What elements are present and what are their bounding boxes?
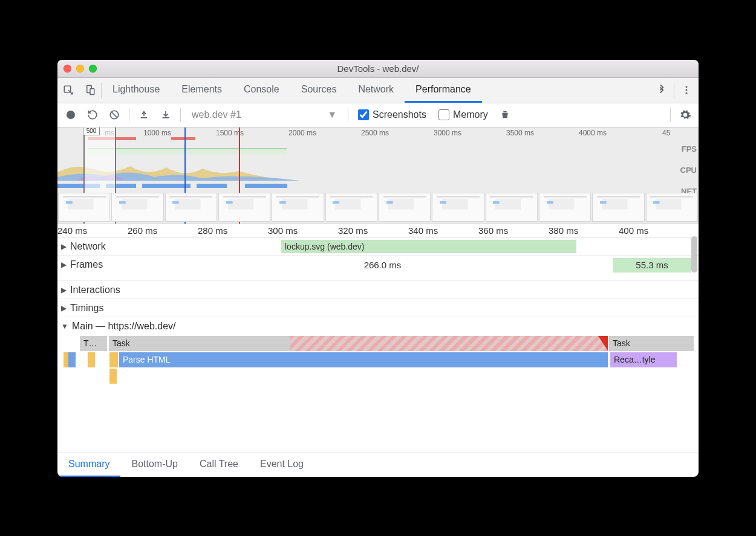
garbage-collect-button[interactable] <box>495 105 515 124</box>
filmstrip-thumb[interactable] <box>58 193 110 222</box>
titlebar: DevTools - web.dev/ <box>57 60 699 78</box>
svg-point-5 <box>686 92 688 94</box>
main-track[interactable]: ▼Main — https://web.dev/ T… Task Task Pa… <box>57 317 699 384</box>
devtools-window: DevTools - web.dev/ Lighthouse Elements … <box>57 60 699 477</box>
expand-arrow-icon[interactable]: ▶ <box>61 286 67 294</box>
tab-sources[interactable]: Sources <box>290 78 348 103</box>
filmstrip-thumb[interactable] <box>646 193 698 222</box>
svg-point-6 <box>67 111 75 119</box>
device-toolbar-icon[interactable] <box>79 78 101 103</box>
svg-point-3 <box>686 86 688 88</box>
flame-task[interactable]: Task <box>609 336 694 351</box>
flame-ruler: 240 ms 260 ms 280 ms 300 ms 320 ms 340 m… <box>57 224 699 237</box>
filmstrip-thumb[interactable] <box>379 193 431 222</box>
selection-handle-left[interactable]: 500 <box>83 128 100 135</box>
screenshot-filmstrip[interactable] <box>57 193 699 222</box>
details-tabstrip: Summary Bottom-Up Call Tree Event Log <box>57 453 699 477</box>
long-task-warning-icon <box>598 336 608 350</box>
tab-performance[interactable]: Performance <box>405 78 482 103</box>
dtab-bottom-up[interactable]: Bottom-Up <box>120 453 188 477</box>
filmstrip-thumb[interactable] <box>218 193 270 222</box>
frames-track[interactable]: ▶Frames 266.0 ms 55.3 ms <box>57 256 699 281</box>
screenshots-checkbox-input[interactable] <box>358 109 369 120</box>
flame-chart[interactable]: 240 ms 260 ms 280 ms 300 ms 320 ms 340 m… <box>57 224 699 453</box>
flame-block[interactable] <box>88 352 95 367</box>
more-tabs-icon[interactable] <box>650 78 674 103</box>
save-profile-button[interactable] <box>156 105 175 124</box>
dtab-call-tree[interactable]: Call Tree <box>189 453 249 477</box>
tab-lighthouse[interactable]: Lighthouse <box>102 78 171 103</box>
traffic-lights <box>64 65 97 73</box>
window-title: DevTools - web.dev/ <box>57 63 699 74</box>
vertical-scrollbar[interactable] <box>691 236 697 273</box>
flame-block[interactable] <box>68 352 76 367</box>
flame-long-task[interactable] <box>290 336 608 351</box>
minimize-window-button[interactable] <box>76 65 84 73</box>
flame-block[interactable] <box>109 369 117 384</box>
filmstrip-thumb[interactable] <box>432 193 484 222</box>
settings-gear-icon[interactable] <box>676 105 695 124</box>
svg-point-4 <box>686 89 688 91</box>
svg-rect-10 <box>503 111 506 112</box>
recording-selector[interactable]: web.dev #1 ▼ <box>186 109 343 120</box>
filmstrip-thumb[interactable] <box>165 193 217 222</box>
dropdown-caret-icon: ▼ <box>327 109 337 120</box>
dtab-event-log[interactable]: Event Log <box>249 453 314 477</box>
dtab-summary[interactable]: Summary <box>57 453 120 477</box>
filmstrip-thumb[interactable] <box>272 193 324 222</box>
flame-task[interactable]: Task <box>109 336 290 351</box>
close-window-button[interactable] <box>64 65 71 73</box>
tab-network[interactable]: Network <box>347 78 405 103</box>
load-profile-button[interactable] <box>134 105 154 124</box>
memory-checkbox-input[interactable] <box>438 109 449 120</box>
svg-rect-9 <box>163 117 169 118</box>
clear-button[interactable] <box>105 105 124 124</box>
network-request-bar[interactable]: lockup.svg (web.dev) <box>281 240 576 253</box>
performance-toolbar: web.dev #1 ▼ Screenshots Memory <box>57 103 699 128</box>
network-track[interactable]: ▶Network lockup.svg (web.dev) <box>57 237 699 256</box>
reload-record-button[interactable] <box>83 105 102 124</box>
svg-rect-8 <box>141 117 148 118</box>
recording-name: web.dev #1 <box>192 109 241 120</box>
memory-checkbox[interactable]: Memory <box>438 109 488 120</box>
tab-console[interactable]: Console <box>233 78 290 103</box>
expand-arrow-icon[interactable]: ▶ <box>61 304 67 312</box>
expand-arrow-icon[interactable]: ▶ <box>61 260 67 269</box>
filmstrip-thumb[interactable] <box>325 193 377 222</box>
frame-bar[interactable]: 266.0 ms <box>154 258 611 273</box>
zoom-window-button[interactable] <box>89 65 97 73</box>
kebab-menu-icon[interactable] <box>674 78 699 103</box>
frame-bar[interactable]: 55.3 ms <box>613 258 691 273</box>
overview-ruler: ms 1000 ms 1500 ms 2000 ms 2500 ms 3000 … <box>57 128 699 138</box>
tab-elements[interactable]: Elements <box>171 78 233 103</box>
interactions-track[interactable]: ▶Interactions <box>57 281 699 299</box>
flame-recalc-style[interactable]: Reca…tyle <box>610 352 677 367</box>
flame-task[interactable]: T… <box>80 336 107 351</box>
filmstrip-thumb[interactable] <box>111 193 163 222</box>
filmstrip-thumb[interactable] <box>486 193 538 222</box>
filmstrip-thumb[interactable] <box>592 193 644 222</box>
collapse-arrow-icon[interactable]: ▼ <box>61 322 68 331</box>
flame-block[interactable] <box>109 352 118 367</box>
expand-arrow-icon[interactable]: ▶ <box>61 242 67 251</box>
timings-track[interactable]: ▶Timings <box>57 299 699 317</box>
screenshots-checkbox[interactable]: Screenshots <box>358 109 426 120</box>
inspect-element-icon[interactable] <box>57 78 79 103</box>
timeline-overview[interactable]: ms 1000 ms 1500 ms 2000 ms 2500 ms 3000 … <box>57 128 699 224</box>
flame-parse-html[interactable]: Parse HTML <box>119 352 608 367</box>
record-button[interactable] <box>61 105 80 124</box>
panel-tabstrip: Lighthouse Elements Console Sources Netw… <box>57 78 699 103</box>
panel-tabs: Lighthouse Elements Console Sources Netw… <box>102 78 650 103</box>
filmstrip-thumb[interactable] <box>539 193 591 222</box>
svg-rect-2 <box>90 89 94 95</box>
